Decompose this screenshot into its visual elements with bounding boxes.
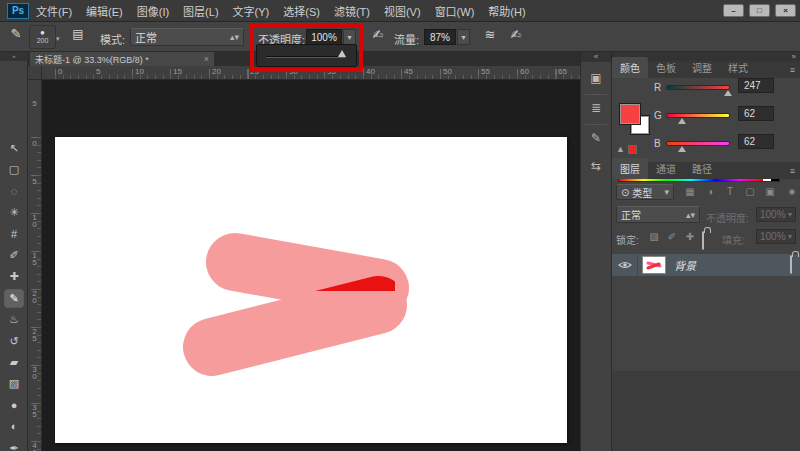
filter-adjustment-layers-icon[interactable]: ◑ xyxy=(702,184,718,200)
close-button[interactable]: × xyxy=(775,4,796,17)
menu-view[interactable]: 视图(V) xyxy=(384,3,421,19)
tab-adjustments[interactable]: 调整 xyxy=(684,57,720,78)
dock-collapse-icon[interactable]: » xyxy=(792,52,796,61)
channel-r-value[interactable]: 247 xyxy=(738,78,774,93)
lock-position-icon[interactable]: ✚ xyxy=(682,229,698,245)
tool-eraser[interactable]: ▰ xyxy=(4,353,24,372)
gamut-color-swatch[interactable] xyxy=(628,145,637,154)
fill-field[interactable]: 100% ▾ xyxy=(756,229,796,244)
tool-lasso[interactable]: ◌ xyxy=(4,182,24,201)
layer-blend-mode-dropdown[interactable]: 正常 ▴▾ xyxy=(616,206,700,223)
layer-filter-dropdown[interactable]: ⊙ 类型 ▾ xyxy=(616,184,674,200)
brush-preset-picker[interactable]: ● 200 xyxy=(29,25,56,49)
filter-toggle-icon[interactable]: ◉ xyxy=(784,184,800,200)
filter-smart-objects-icon[interactable]: ▣ xyxy=(762,184,778,200)
tool-gradient[interactable]: ▨ xyxy=(4,374,24,393)
properties-panel-icon[interactable]: ≣ xyxy=(586,98,606,118)
layers-panel-tabs: 图层 通道 路径 ≡ xyxy=(612,162,800,179)
layer-opacity-field[interactable]: 100% ▾ xyxy=(756,207,796,222)
tool-eyedropper[interactable]: ✐ xyxy=(4,246,24,265)
menu-select[interactable]: 选择(S) xyxy=(283,3,320,19)
tool-blur[interactable]: ● xyxy=(4,396,24,415)
horizontal-ruler[interactable]: 0 5 10 15 20 25 30 35 40 45 50 55 60 65 xyxy=(42,66,580,80)
layer-thumbnail[interactable] xyxy=(642,256,666,274)
tab-swatches[interactable]: 色板 xyxy=(648,57,684,78)
layer-row-background[interactable]: 背景 xyxy=(612,254,800,276)
ruler-origin-corner[interactable] xyxy=(28,66,42,80)
tool-pen[interactable]: ✒ xyxy=(4,439,24,451)
tool-history-brush[interactable]: ↺ xyxy=(4,332,24,351)
menu-window[interactable]: 窗口(W) xyxy=(435,3,475,19)
tool-clone-stamp[interactable]: ♨ xyxy=(4,310,24,329)
channel-b-slider[interactable] xyxy=(666,141,730,146)
tab-layers[interactable]: 图层 xyxy=(612,158,648,179)
photoshop-logo: Ps xyxy=(7,3,29,19)
brush-panel-icon[interactable]: ✎ xyxy=(586,128,606,148)
tab-styles[interactable]: 样式 xyxy=(720,57,756,78)
clone-source-panel-icon[interactable]: ⇆ xyxy=(586,156,606,176)
menu-edit[interactable]: 编辑(E) xyxy=(86,3,123,19)
ruler-label: 5 xyxy=(30,99,39,106)
toolbar-collapse-icon[interactable]: » xyxy=(0,52,28,61)
channel-r-slider[interactable] xyxy=(666,85,730,90)
pressure-opacity-icon[interactable]: ✍ xyxy=(368,27,388,47)
filter-pixel-layers-icon[interactable]: ▦ xyxy=(682,184,698,200)
tab-paths[interactable]: 路径 xyxy=(684,158,720,179)
document-tab[interactable]: 未标题-1 @ 33.3%(RGB/8) * × xyxy=(30,52,214,66)
channel-r-label: R xyxy=(654,82,661,93)
menu-type[interactable]: 文字(Y) xyxy=(233,3,270,19)
vertical-ruler[interactable]: 5 0 5 10 15 20 25 30 35 40 xyxy=(28,80,42,451)
lock-pixels-icon[interactable]: ✐ xyxy=(664,229,680,245)
tool-brush[interactable]: ✎ xyxy=(4,289,24,308)
blend-mode-dropdown[interactable]: 正常 ▴▾ xyxy=(130,28,244,46)
layer-visibility-eye-icon[interactable] xyxy=(618,260,632,270)
tool-dodge[interactable]: ◐ xyxy=(4,417,24,436)
maximize-button[interactable]: □ xyxy=(749,4,770,17)
brush-tool-preset-icon[interactable]: ✎ xyxy=(5,26,27,48)
lock-transparency-icon[interactable]: ▨ xyxy=(646,229,662,245)
menu-layer[interactable]: 图层(L) xyxy=(183,3,218,19)
opacity-dropdown-arrow[interactable]: ▾ xyxy=(343,29,356,45)
channel-g-value[interactable]: 62 xyxy=(738,106,774,121)
pressure-size-icon[interactable]: ✍ xyxy=(506,27,526,47)
channel-r-thumb[interactable] xyxy=(724,90,732,96)
channel-g-thumb[interactable] xyxy=(678,118,686,124)
document-canvas[interactable] xyxy=(55,137,567,443)
tab-color[interactable]: 颜色 xyxy=(612,57,648,78)
flow-field[interactable]: 87% xyxy=(424,29,456,45)
gamut-warning-icon[interactable]: ▲ xyxy=(616,144,625,154)
dock-expand-icon[interactable]: « xyxy=(581,52,611,62)
tool-spot-healing[interactable]: ✚ xyxy=(4,267,24,286)
airbrush-icon[interactable]: ≋ xyxy=(480,27,500,47)
tool-move[interactable]: ↖ xyxy=(4,139,24,158)
channel-g-slider[interactable] xyxy=(666,113,730,118)
history-panel-icon[interactable]: ▣ xyxy=(586,68,606,88)
tool-crop[interactable]: # xyxy=(4,225,24,244)
panel-menu-icon[interactable]: ≡ xyxy=(785,62,800,78)
channel-b-value[interactable]: 62 xyxy=(738,134,774,149)
tab-close-icon[interactable]: × xyxy=(204,54,209,64)
menu-file[interactable]: 文件(F) xyxy=(36,3,72,19)
menu-image[interactable]: 图像(I) xyxy=(137,3,169,19)
toggle-brush-panel-icon[interactable]: ▤ xyxy=(68,27,88,47)
lock-all-icon[interactable] xyxy=(702,232,704,250)
flow-dropdown-arrow[interactable]: ▾ xyxy=(457,29,470,45)
filter-shape-layers-icon[interactable]: ▢ xyxy=(742,184,758,200)
menu-filter[interactable]: 滤镜(T) xyxy=(334,3,370,19)
layer-name[interactable]: 背景 xyxy=(674,257,696,273)
canvas-pasteboard[interactable] xyxy=(42,80,580,451)
menu-help[interactable]: 帮助(H) xyxy=(488,3,525,19)
tool-rectangular-marquee[interactable]: ▢ xyxy=(4,160,24,179)
panel-menu-icon[interactable]: ≡ xyxy=(785,163,800,179)
filter-type-layers-icon[interactable]: T xyxy=(722,184,738,200)
foreground-color-swatch[interactable] xyxy=(620,104,640,124)
opacity-slider-track[interactable] xyxy=(266,56,346,58)
tab-channels[interactable]: 通道 xyxy=(648,158,684,179)
tool-quick-selection[interactable]: ✳ xyxy=(4,203,24,222)
minimize-button[interactable]: – xyxy=(723,4,744,17)
channel-b-thumb[interactable] xyxy=(678,146,686,152)
brush-preset-arrow[interactable]: ▾ xyxy=(56,35,60,43)
dropdown-arrows-icon: ▴▾ xyxy=(686,210,695,220)
opacity-field[interactable]: 100% xyxy=(306,29,342,45)
opacity-slider-thumb[interactable] xyxy=(338,50,346,57)
